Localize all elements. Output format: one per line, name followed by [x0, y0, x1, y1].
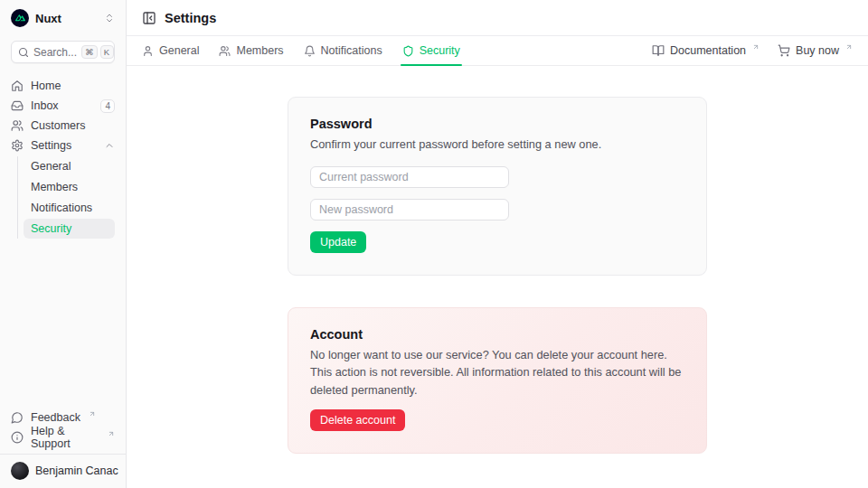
sidebar-item-help-support[interactable]: Help & Support — [11, 427, 115, 447]
tab-members[interactable]: Members — [219, 36, 283, 65]
shopping-cart-icon — [778, 44, 790, 57]
sidebar: Nuxt Search... ⌘ K Home — [0, 0, 127, 488]
app-root: Nuxt Search... ⌘ K Home — [0, 0, 868, 488]
avatar — [11, 462, 29, 480]
card-title: Account — [310, 327, 684, 342]
external-link-icon — [845, 43, 853, 51]
kbd-k: K — [100, 45, 114, 59]
chat-bubble-icon — [11, 411, 24, 424]
sidebar-footer: Feedback Help & Support — [0, 408, 126, 447]
external-link-icon — [108, 430, 115, 437]
user-icon — [142, 45, 154, 57]
inbox-icon — [11, 99, 24, 112]
sidebar-subitem-notifications[interactable]: Notifications — [24, 198, 115, 218]
sidebar-item-home[interactable]: Home — [11, 76, 115, 96]
search-input[interactable]: Search... ⌘ K — [11, 41, 115, 63]
sidebar-subitem-general[interactable]: General — [24, 156, 115, 176]
tab-label: General — [159, 44, 199, 57]
settings-subnav: General Members Notifications Security — [17, 156, 115, 239]
sidebar-item-label: Settings — [31, 139, 71, 152]
card-title: Password — [310, 117, 684, 131]
sidebar-nav: Home Inbox 4 Customers Settings — [0, 69, 126, 239]
sidebar-item-label: Feedback — [31, 411, 80, 424]
shield-icon — [402, 45, 414, 57]
info-circle-icon — [11, 431, 24, 444]
nuxt-logo — [11, 9, 29, 27]
card-description: Confirm your current password before set… — [310, 136, 684, 153]
page-header: Settings — [127, 0, 868, 36]
toolbar-links: Documentation Buy now — [652, 36, 853, 65]
page-title: Settings — [165, 11, 216, 25]
update-password-button[interactable]: Update — [310, 231, 366, 253]
subitem-label: Security — [31, 222, 71, 235]
subitem-label: General — [31, 160, 71, 173]
tab-label: Security — [420, 44, 460, 57]
tab-label: Members — [236, 44, 283, 57]
settings-tabs: General Members Notifications — [142, 36, 460, 65]
subitem-label: Members — [31, 181, 78, 193]
sidebar-item-label: Home — [31, 80, 61, 92]
chevron-up-icon — [104, 140, 115, 151]
toolbar-link-label: Documentation — [670, 44, 746, 57]
tab-security[interactable]: Security — [402, 36, 460, 65]
inbox-count-badge: 4 — [100, 99, 115, 113]
external-link-icon — [752, 43, 760, 51]
sidebar-item-label: Inbox — [31, 99, 59, 112]
user-section: Benjamin Canac — [0, 454, 126, 488]
buy-now-link[interactable]: Buy now — [778, 36, 853, 65]
kbd-meta: ⌘ — [81, 45, 98, 59]
sidebar-item-label: Customers — [31, 119, 85, 132]
panel-left-close-icon[interactable] — [142, 11, 156, 25]
documentation-link[interactable]: Documentation — [652, 36, 760, 65]
sidebar-item-customers[interactable]: Customers — [11, 116, 115, 136]
current-password-field[interactable] — [310, 166, 509, 188]
sidebar-item-label: Help & Support — [31, 425, 99, 450]
sidebar-item-settings[interactable]: Settings — [11, 136, 115, 155]
main-panel: Settings General Members — [127, 0, 868, 488]
search-icon — [18, 47, 29, 58]
tab-label: Notifications — [321, 44, 382, 57]
book-open-icon — [652, 44, 665, 57]
content-area: Password Confirm your current password b… — [127, 66, 868, 488]
users-icon — [219, 45, 231, 57]
workspace-switcher[interactable]: Nuxt — [0, 0, 126, 36]
user-menu[interactable]: Benjamin Canac — [11, 459, 115, 483]
sidebar-subitem-security[interactable]: Security — [24, 219, 115, 239]
user-name: Benjamin Canac — [35, 465, 118, 477]
delete-account-button[interactable]: Delete account — [310, 409, 405, 431]
subitem-label: Notifications — [31, 202, 92, 214]
users-icon — [11, 119, 24, 132]
toolbar: General Members Notifications — [127, 36, 868, 66]
search-kbd-shortcut: ⌘ K — [81, 45, 114, 59]
card-description: No longer want to use our service? You c… — [310, 346, 684, 399]
account-danger-card: Account No longer want to use our servic… — [288, 307, 707, 454]
external-link-icon — [89, 410, 96, 418]
tab-general[interactable]: General — [142, 36, 199, 65]
gear-icon — [11, 139, 24, 152]
new-password-field[interactable] — [310, 199, 509, 221]
search-placeholder: Search... — [33, 46, 77, 59]
sidebar-item-inbox[interactable]: Inbox 4 — [11, 96, 115, 116]
tab-notifications[interactable]: Notifications — [304, 36, 382, 65]
home-icon — [11, 80, 24, 92]
toolbar-link-label: Buy now — [796, 44, 839, 57]
password-card: Password Confirm your current password b… — [288, 97, 707, 276]
chevrons-up-down-icon — [104, 13, 115, 23]
brand-name: Nuxt — [35, 12, 61, 25]
sidebar-subitem-members[interactable]: Members — [24, 177, 115, 197]
bell-icon — [304, 45, 316, 57]
